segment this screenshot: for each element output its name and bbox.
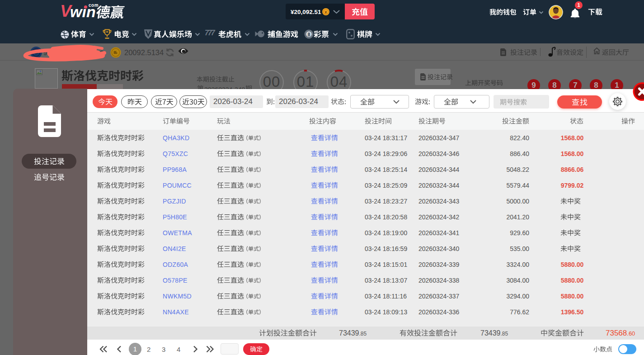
svg-text:¥: ¥ xyxy=(324,9,327,14)
svg-text:8: 8 xyxy=(307,32,310,37)
